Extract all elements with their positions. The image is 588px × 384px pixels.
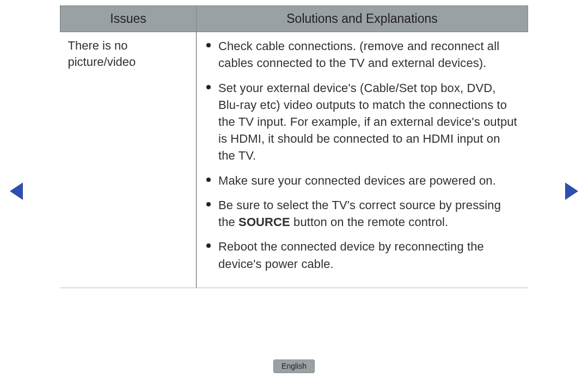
next-page-arrow[interactable] [565, 182, 578, 200]
text-segment: button on the remote control. [290, 215, 448, 229]
bold-segment: SOURCE [238, 215, 290, 229]
list-item: Reboot the connected device by reconnect… [204, 238, 520, 272]
solutions-cell: Check cable connections. (remove and rec… [197, 32, 528, 288]
solutions-list: Check cable connections. (remove and rec… [204, 38, 520, 272]
header-issues: Issues [60, 6, 197, 32]
language-badge: English [273, 359, 315, 373]
list-item: Be sure to select the TV's correct sourc… [204, 197, 520, 230]
header-solutions: Solutions and Explanations [197, 6, 528, 32]
issue-cell: There is no picture/video [60, 32, 197, 288]
list-item: Make sure your connected devices are pow… [204, 172, 520, 189]
troubleshooting-table: Issues Solutions and Explanations There … [60, 5, 528, 288]
content-page: Issues Solutions and Explanations There … [60, 5, 528, 288]
prev-page-arrow[interactable] [10, 182, 23, 200]
list-item: Check cable connections. (remove and rec… [204, 38, 520, 71]
table-row: There is no picture/video Check cable co… [60, 32, 528, 288]
list-item: Set your external device's (Cable/Set to… [204, 80, 520, 164]
